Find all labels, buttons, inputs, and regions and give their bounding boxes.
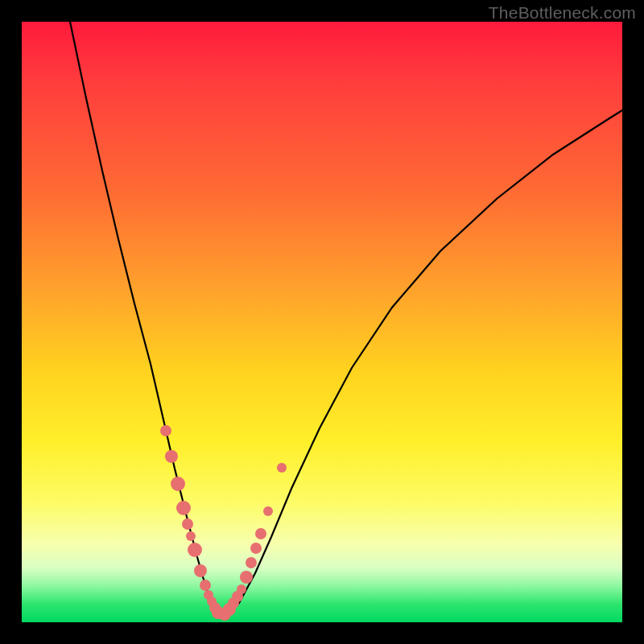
curve-svg	[22, 22, 622, 622]
plot-area	[22, 22, 622, 622]
data-marker	[176, 501, 191, 515]
data-marker	[263, 506, 273, 516]
data-marker	[194, 564, 207, 577]
data-marker	[186, 531, 196, 541]
data-markers	[160, 425, 287, 621]
data-marker	[246, 557, 257, 568]
data-marker	[277, 463, 287, 473]
data-marker	[240, 571, 253, 584]
data-marker	[171, 477, 185, 491]
data-marker	[255, 528, 266, 539]
data-marker	[200, 580, 211, 591]
watermark-text: TheBottleneck.com	[489, 3, 636, 23]
data-marker	[182, 518, 193, 530]
data-marker	[237, 584, 246, 594]
bottleneck-curve	[70, 22, 622, 617]
data-marker	[160, 425, 171, 436]
data-marker	[188, 543, 202, 557]
chart-frame: TheBottleneck.com	[0, 0, 644, 644]
data-marker	[250, 543, 262, 554]
data-marker	[165, 450, 178, 463]
